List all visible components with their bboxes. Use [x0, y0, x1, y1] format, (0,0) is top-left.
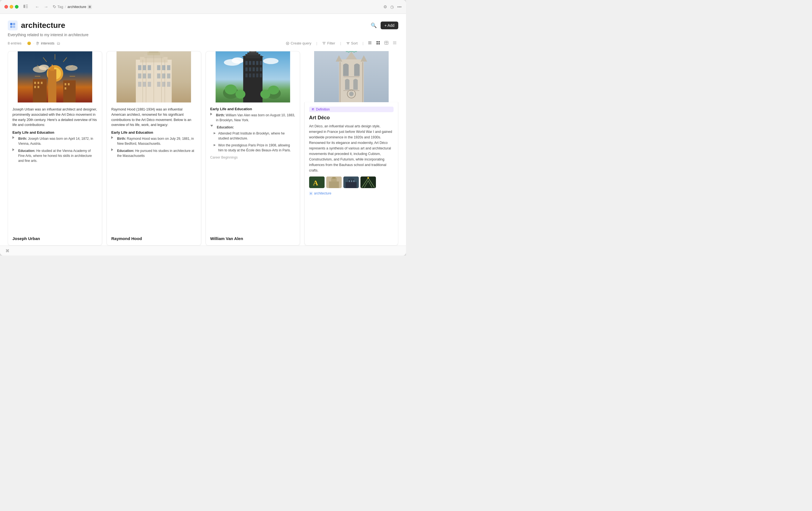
tag-interests-label: interests: [41, 41, 54, 45]
svg-rect-48: [41, 82, 42, 84]
breadcrumb-tag[interactable]: Tag: [53, 5, 63, 9]
view-icons: [366, 40, 398, 47]
meta-dot-2: ·: [33, 41, 34, 45]
svg-rect-139: [349, 180, 350, 182]
maximize-button[interactable]: [15, 5, 19, 8]
svg-rect-66: [143, 65, 146, 70]
svg-point-143: [367, 177, 369, 179]
svg-rect-13: [368, 42, 372, 42]
svg-rect-53: [65, 87, 66, 89]
card-detail-text: Art Déco, an influential visual arts des…: [309, 124, 394, 173]
svg-rect-79: [148, 82, 151, 87]
sort-button[interactable]: Sort: [344, 40, 360, 46]
app-window: ← → Tag / architecture ⊞ ⚙ ◷ •••: [0, 0, 406, 255]
thumb-4: [360, 177, 376, 188]
bullet-birth-2: Birth: Raymond Hood was born on July 29,…: [116, 136, 196, 146]
svg-rect-46: [34, 82, 36, 84]
cards-grid: Joseph Urban was an influential architec…: [8, 51, 398, 246]
svg-rect-128: [312, 109, 313, 110]
page-type-icon: ⊞: [87, 5, 92, 9]
table-view-button[interactable]: [383, 40, 390, 47]
titlebar-right-actions: ⚙ ◷ •••: [383, 4, 402, 9]
svg-rect-8: [13, 26, 15, 28]
svg-rect-72: [143, 74, 146, 78]
sidebar-toggle-button[interactable]: [22, 4, 30, 10]
card-section-raymond-hood: Early Life and Education: [111, 130, 196, 135]
card-detail-title: Art Déco: [309, 115, 394, 121]
svg-rect-50: [37, 86, 39, 88]
svg-rect-6: [13, 23, 15, 25]
svg-rect-122: [340, 62, 341, 102]
minimize-button[interactable]: [10, 5, 13, 8]
create-query-button[interactable]: Create query: [284, 40, 314, 46]
svg-rect-98: [260, 61, 262, 65]
more-view-button[interactable]: [391, 40, 398, 47]
svg-point-110: [225, 84, 237, 95]
sub-bullet-arrow-1: ▶: [214, 132, 216, 142]
svg-rect-59: [149, 51, 158, 53]
meta-dot-1: ·: [24, 41, 25, 45]
back-button[interactable]: ←: [34, 4, 40, 10]
svg-text:A: A: [313, 179, 318, 187]
card-art-deco: Definition Art Déco Art Déco, an influen…: [304, 51, 398, 246]
status-bar: ⌘: [0, 246, 406, 255]
svg-rect-77: [138, 82, 141, 87]
add-button[interactable]: + Add: [381, 22, 398, 29]
svg-rect-105: [249, 74, 251, 77]
card-title-raymond-hood: Raymond Hood: [107, 236, 201, 245]
svg-rect-15: [368, 44, 372, 44]
header-right: 🔍 + Add: [370, 21, 398, 30]
svg-point-113: [235, 90, 245, 99]
settings-icon-button[interactable]: ⚙: [383, 4, 387, 9]
card-image-art-deco: [304, 51, 398, 102]
separator-1: |: [316, 41, 317, 45]
card-body-joseph-urban: Joseph Urban was an influential architec…: [8, 103, 102, 236]
svg-rect-101: [253, 68, 255, 71]
svg-rect-16: [376, 41, 378, 43]
search-button[interactable]: 🔍: [370, 21, 378, 30]
create-query-label: Create query: [291, 41, 311, 45]
svg-rect-7: [10, 26, 12, 28]
page-content: architecture 🔍 + Add Everything related …: [0, 14, 406, 246]
svg-rect-125: [343, 90, 359, 91]
svg-rect-1: [26, 5, 28, 5]
card-text-joseph-urban: Joseph Urban was an influential architec…: [12, 107, 97, 128]
svg-rect-3: [26, 7, 28, 8]
card-detail-thumbs: A: [309, 177, 394, 188]
card-text-raymond-hood: Raymond Hood (1881-1934) was an influent…: [111, 107, 196, 128]
grid-view-button[interactable]: [375, 40, 382, 47]
thumb-1: A: [309, 177, 325, 188]
traffic-lights: [4, 5, 19, 8]
close-button[interactable]: [4, 5, 8, 8]
meta-actions: Create query | Filter | Sort |: [284, 40, 398, 47]
svg-rect-123: [362, 62, 363, 102]
detail-tag-label: architecture: [314, 191, 331, 195]
forward-button[interactable]: →: [43, 4, 50, 10]
svg-rect-49: [34, 86, 36, 88]
sub-bullet-text-2: Won the prestigious Paris Prize in 1908,…: [217, 143, 295, 153]
svg-point-86: [263, 58, 279, 64]
svg-rect-51: [65, 83, 66, 85]
cmd-icon: ⌘: [5, 249, 9, 253]
card-title-joseph-urban: Joseph Urban: [8, 236, 102, 245]
calendar-icon-button[interactable]: ◷: [390, 4, 394, 9]
card-bullet-education-3: Education: ▶ Attended Pratt Institute in…: [210, 125, 295, 154]
svg-rect-70: [167, 65, 170, 70]
filter-button[interactable]: Filter: [320, 40, 337, 46]
card-detail-tag[interactable]: ⊞ architecture: [309, 191, 394, 195]
archive-icon: 🗂: [57, 41, 60, 45]
svg-rect-73: [148, 74, 151, 78]
meta-tag[interactable]: interests: [36, 41, 54, 45]
list-view-button[interactable]: [366, 40, 373, 47]
expand-icon-3: [111, 136, 113, 139]
sub-bullet-text-1: Attended Pratt Institute in Brooklyn, wh…: [217, 131, 295, 141]
card-career-section: Career Beginnings: [210, 156, 295, 159]
more-icon-button[interactable]: •••: [397, 4, 402, 9]
svg-rect-65: [138, 65, 141, 70]
thumb-3: [343, 177, 359, 188]
svg-rect-96: [253, 61, 255, 65]
svg-rect-99: [245, 68, 248, 71]
svg-rect-17: [378, 41, 380, 43]
sort-label: Sort: [351, 41, 358, 45]
svg-rect-107: [256, 74, 258, 77]
